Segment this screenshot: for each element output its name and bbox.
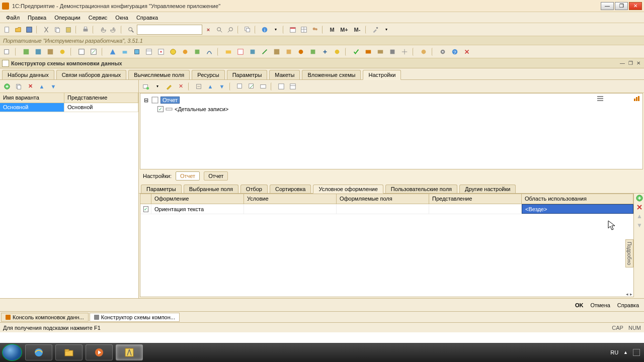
new-icon[interactable] (2, 25, 12, 35)
menu-service[interactable]: Сервис (85, 13, 112, 22)
ok-button[interactable]: OK (575, 302, 584, 308)
tray-show-desktop[interactable] (633, 349, 640, 356)
find-prev-icon[interactable] (225, 25, 235, 35)
grid-row[interactable]: ✓ Ориентация текста <Везде> (140, 204, 633, 214)
tool-icon[interactable] (375, 47, 385, 57)
delete-icon[interactable]: ✕ (25, 81, 35, 92)
tool-icon[interactable] (21, 47, 31, 57)
tree-tool-icon[interactable] (235, 81, 245, 92)
tree-checkbox[interactable]: ✓ (157, 106, 164, 112)
tool-icon[interactable] (89, 47, 99, 57)
tool-icon[interactable] (168, 47, 178, 57)
tool-icon[interactable] (248, 47, 258, 57)
row-fields-cell[interactable] (337, 204, 429, 214)
save-icon[interactable] (24, 25, 34, 35)
tool-icon[interactable] (223, 47, 233, 57)
collapse-icon[interactable]: ⊟ (142, 97, 149, 104)
mem-mplus[interactable]: M+ (338, 25, 350, 35)
row-presentation-cell[interactable] (429, 204, 522, 214)
variant-name-cell[interactable]: Основной (0, 103, 64, 112)
variant-row[interactable]: Основной Основной (0, 103, 138, 112)
move-up-icon[interactable]: ▲ (37, 81, 47, 92)
tab-nested-schemas[interactable]: Вложенные схемы (302, 70, 361, 79)
add-icon[interactable] (2, 81, 12, 92)
tool-icon[interactable] (156, 47, 166, 57)
tab2-selected-fields[interactable]: Выбранные поля (184, 185, 238, 193)
tool-icon[interactable] (399, 47, 410, 57)
move-up-icon[interactable]: ▲ (636, 213, 643, 220)
tree-tool-icon[interactable] (258, 81, 268, 92)
tool-icon[interactable] (108, 47, 118, 57)
move-up-icon[interactable]: ▲ (205, 81, 215, 92)
tool-icon[interactable] (260, 47, 270, 57)
menu-operations[interactable]: Операции (50, 13, 84, 22)
tree-tool-icon[interactable] (276, 81, 286, 92)
tool-icon[interactable] (235, 47, 246, 57)
menu-help[interactable]: Справка (132, 13, 162, 22)
taskbar-explorer[interactable] (55, 344, 83, 360)
row-condition-cell[interactable] (244, 204, 337, 214)
tab2-params[interactable]: Параметры (141, 185, 182, 193)
tool-icon[interactable] (192, 47, 202, 57)
tab2-sort[interactable]: Сортировка (270, 185, 311, 193)
tree-tool-icon[interactable] (247, 81, 257, 92)
paste-icon[interactable] (63, 25, 73, 35)
tree-root-row[interactable]: ⊟ Отчет (142, 96, 640, 105)
variant-presentation-cell[interactable]: Основной (64, 103, 138, 112)
search-input[interactable] (137, 25, 202, 35)
add-node-icon[interactable] (141, 81, 151, 92)
add-row-icon[interactable] (636, 195, 643, 202)
delete-row-icon[interactable] (636, 204, 643, 211)
tree-tool-icon[interactable] (288, 81, 298, 92)
tab2-conditional-format[interactable]: Условное оформление (313, 185, 383, 194)
chart-view-icon[interactable] (632, 95, 640, 103)
undo-icon[interactable] (98, 25, 108, 35)
structure-tree[interactable]: ⊟ Отчет ✓ <Детальные записи> (140, 93, 643, 169)
tab2-other[interactable]: Другие настройки (459, 185, 516, 193)
tab2-user-fields[interactable]: Пользовательские поля (385, 185, 457, 193)
minimize-button[interactable]: — (601, 2, 614, 10)
expand-icon[interactable] (194, 81, 204, 92)
move-down-icon[interactable]: ▼ (636, 222, 643, 229)
windows-icon[interactable] (243, 25, 253, 35)
tool-icon[interactable] (2, 47, 12, 57)
mem-m[interactable]: M (327, 25, 337, 35)
tool-icon[interactable] (57, 47, 67, 57)
tray-up-icon[interactable]: ▲ (623, 350, 628, 355)
row-check-cell[interactable]: ✓ (140, 204, 151, 214)
mem-mminus[interactable]: M- (351, 25, 363, 35)
close-button[interactable]: ✕ (629, 2, 642, 10)
delete-icon[interactable]: ✕ (176, 81, 186, 92)
start-button[interactable] (2, 344, 22, 361)
tool-icon[interactable] (204, 47, 214, 57)
check-icon[interactable] (351, 47, 361, 57)
gear-icon[interactable] (438, 47, 448, 57)
edit-icon[interactable] (164, 81, 174, 92)
tray-language[interactable]: RU (610, 349, 618, 355)
copy-icon[interactable] (14, 81, 24, 92)
scroll-indicator[interactable]: ◂ ▸ (626, 292, 632, 297)
tool-icon[interactable] (284, 47, 294, 57)
menu-windows[interactable]: Окна (111, 13, 132, 22)
tab-layouts[interactable]: Макеты (269, 70, 300, 79)
dropdown-icon[interactable]: ▾ (152, 81, 163, 92)
tool-icon[interactable] (120, 47, 130, 57)
maximize-button[interactable]: ❐ (615, 2, 628, 10)
menu-edit[interactable]: Правка (24, 13, 50, 22)
tool-icon[interactable] (45, 47, 55, 57)
tab-settings[interactable]: Настройки (363, 70, 401, 80)
taskbar-ie[interactable] (25, 344, 52, 360)
menu-file[interactable]: Файл (2, 13, 24, 22)
copy-icon[interactable] (52, 25, 62, 35)
tool-icon[interactable] (332, 47, 342, 57)
sub-maximize-button[interactable]: ❐ (627, 60, 634, 67)
open-icon[interactable] (13, 25, 23, 35)
row-area-cell[interactable]: <Везде> (522, 204, 633, 214)
conditional-format-grid[interactable]: Оформление Условие Оформляемые поля Пред… (140, 194, 634, 297)
tool-icon[interactable] (387, 47, 397, 57)
move-down-icon[interactable]: ▼ (48, 81, 58, 92)
tab-resources[interactable]: Ресурсы (192, 70, 224, 79)
cut-icon[interactable] (41, 25, 51, 35)
tool-icon[interactable] (76, 47, 87, 57)
tool-icon[interactable] (144, 47, 154, 57)
